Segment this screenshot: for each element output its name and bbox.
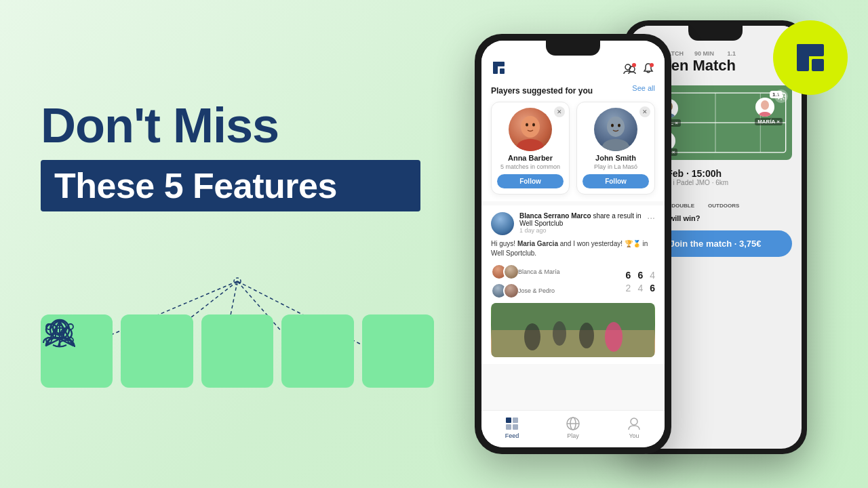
svg-point-40 [532, 123, 535, 127]
maria-label: MARÍA × [755, 118, 783, 125]
left-section: Don't Miss These 5 Features [0, 0, 461, 488]
avatar-pedro [503, 283, 519, 299]
svg-rect-32 [500, 68, 505, 74]
anna-sub: 5 matches in common [497, 163, 564, 170]
set3-team1: 4 [650, 270, 655, 281]
anna-avatar [509, 108, 552, 151]
avatar-maria [503, 264, 519, 280]
right-section: Players suggested for you See all ✕ [461, 0, 868, 488]
close-anna-button[interactable]: ✕ [554, 106, 565, 117]
headline: Don't Miss [41, 100, 420, 152]
post-text: Hi guys! Maria Garcia and I won yesterda… [491, 239, 655, 258]
players-section-header: Players suggested for you See all [481, 84, 665, 98]
feature-diagram: AI [41, 239, 434, 388]
nav-play[interactable]: Play [566, 416, 580, 439]
phone-front: Players suggested for you See all ✕ [475, 34, 671, 454]
player-card-anna: ✕ Anna Barber 5 matches in common [491, 102, 570, 195]
svg-point-47 [524, 323, 540, 350]
court-settings-icon[interactable] [774, 89, 788, 103]
close-john-button[interactable]: ✕ [639, 106, 650, 117]
team2-avatars [491, 283, 515, 299]
team2-label: Jose & Pedro [518, 287, 555, 294]
svg-point-23 [61, 328, 72, 339]
svg-point-72 [780, 95, 783, 98]
see-all-link[interactable]: See all [632, 84, 655, 92]
team1-avatars [491, 264, 515, 280]
feed-post: Blanca Serrano Marco share a result in W… [481, 205, 665, 364]
app-logo [491, 60, 507, 79]
john-name: John Smith [583, 154, 649, 162]
logo-circle [773, 20, 848, 95]
subheadline-wrapper: These 5 Features [41, 160, 420, 211]
svg-point-58 [631, 418, 637, 425]
svg-point-43 [611, 124, 614, 127]
player-maria-dot [755, 98, 774, 117]
icon-social [362, 314, 434, 388]
svg-point-22 [46, 324, 57, 335]
tag-outdoors: OUTDOORS [703, 201, 745, 210]
set2-team2: 4 [637, 283, 643, 293]
section-title: Players suggested for you [491, 86, 593, 96]
svg-rect-27 [812, 44, 824, 56]
icon-ai: AI [201, 314, 273, 388]
svg-point-35 [632, 63, 636, 67]
header-icons[interactable] [623, 62, 655, 76]
phone2-notch [688, 26, 743, 41]
subheadline: These 5 Features [54, 166, 337, 205]
player-card-john: ✕ John Smith Play in La Masó Follow [576, 102, 655, 195]
svg-rect-51 [506, 418, 511, 423]
nav-feed-label: Feed [505, 432, 519, 439]
svg-point-41 [607, 117, 625, 137]
svg-rect-53 [506, 424, 511, 430]
icon-navigation [281, 314, 353, 388]
svg-point-42 [602, 139, 629, 151]
post-scores: Blanca & María Jose & Pedro 6 [491, 264, 655, 299]
nav-you-label: You [629, 432, 639, 439]
svg-point-44 [618, 124, 620, 127]
post-avatar [491, 212, 514, 235]
phone-front-screen: Players suggested for you See all ✕ [481, 41, 665, 447]
players-row: ✕ Anna Barber 5 matches in common [481, 98, 665, 201]
post-header: Blanca Serrano Marco share a result in W… [491, 212, 655, 235]
post-match-photo [491, 303, 655, 357]
svg-rect-28 [812, 59, 824, 71]
john-sub: Play in La Masó [583, 163, 649, 170]
svg-point-37 [521, 116, 540, 138]
score-numbers: 6 2 6 4 4 6 [626, 270, 655, 293]
svg-rect-31 [500, 62, 505, 66]
svg-point-50 [605, 322, 623, 352]
bottom-nav: Feed Play You [481, 410, 665, 447]
icon-location [121, 314, 193, 388]
set2-team1: 6 [637, 270, 643, 281]
svg-rect-46 [492, 330, 654, 357]
post-meta: Blanca Serrano Marco share a result in W… [514, 212, 647, 234]
follow-anna-button[interactable]: Follow [497, 174, 564, 188]
set3-team2: 6 [650, 283, 655, 293]
post-author: Blanca Serrano Marco share a result in W… [519, 212, 642, 227]
svg-point-39 [526, 123, 528, 127]
post-time: 1 day ago [519, 227, 642, 234]
svg-point-38 [517, 139, 544, 151]
svg-point-36 [650, 63, 654, 67]
nav-you[interactable]: You [627, 416, 642, 439]
set1-team2: 2 [626, 283, 631, 293]
icon-row: AI [41, 314, 434, 388]
svg-rect-54 [513, 424, 518, 430]
svg-rect-52 [513, 418, 518, 423]
team1-label: Blanca & María [518, 268, 560, 275]
anna-name: Anna Barber [497, 154, 564, 162]
phone-notch [546, 41, 600, 56]
nav-feed[interactable]: Feed [505, 416, 519, 439]
follow-john-button[interactable]: Follow [583, 174, 649, 188]
set1-team1: 6 [626, 270, 631, 281]
john-avatar [594, 108, 637, 151]
svg-point-49 [579, 323, 594, 348]
svg-point-48 [553, 321, 566, 346]
svg-point-68 [761, 100, 769, 110]
nav-play-label: Play [567, 432, 579, 439]
post-options[interactable]: ··· [647, 212, 655, 223]
